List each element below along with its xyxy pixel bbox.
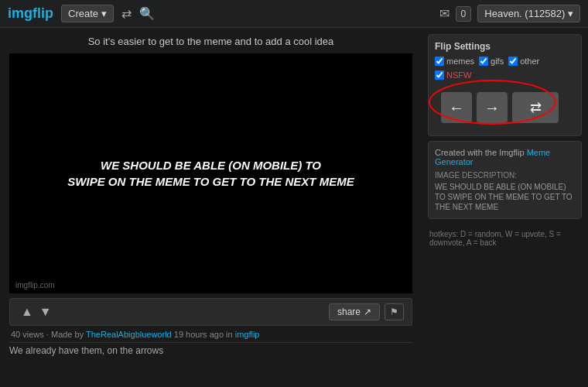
- nsfw-checkbox[interactable]: [435, 70, 444, 80]
- flip-settings-title: Flip Settings: [435, 41, 575, 52]
- other-checkbox[interactable]: [508, 57, 518, 66]
- other-label: other: [520, 57, 539, 66]
- generator-text: Created with the Imgflip Meme Generator: [435, 148, 575, 166]
- create-caret-icon: ▾: [101, 8, 107, 19]
- share-label: share: [337, 307, 361, 317]
- checkbox-memes[interactable]: memes: [435, 57, 474, 66]
- meta-info: 40 views · Made by TheRealAbigblueworld …: [9, 330, 412, 339]
- logo-img: img: [8, 5, 32, 21]
- username-label: Heaven. (112582): [484, 8, 565, 19]
- share-icon: ↗: [364, 307, 371, 317]
- checkbox-nsfw[interactable]: NSFW: [435, 70, 471, 80]
- memes-checkbox[interactable]: [435, 57, 444, 66]
- hotkeys-hint: hotkeys: D = random, W = upvote, S = dow…: [428, 230, 582, 247]
- memes-label: memes: [446, 57, 474, 66]
- create-button[interactable]: Create ▾: [61, 5, 114, 22]
- notification-count[interactable]: 0: [456, 6, 472, 22]
- top-navigation: imgflip Create ▾ ⇄ 🔍 ✉ 0 Heaven. (112582…: [0, 0, 588, 28]
- main-content: So it's easier to get to the meme and to…: [0, 28, 588, 387]
- meme-caption: So it's easier to get to the meme and to…: [9, 36, 412, 47]
- flag-button[interactable]: ⚑: [385, 303, 404, 320]
- time-ago: 19 hours ago in: [174, 330, 233, 339]
- downvote-button[interactable]: ▼: [36, 303, 55, 320]
- nsfw-label: NSFW: [446, 70, 471, 80]
- checkbox-other[interactable]: other: [508, 57, 539, 66]
- nav-search-button[interactable]: 🔍: [139, 6, 155, 21]
- site-logo[interactable]: imgflip: [8, 5, 53, 22]
- nav-right-section: ✉ 0 Heaven. (112582) ▾: [439, 5, 580, 22]
- watermark: imgflip.com: [15, 281, 55, 289]
- gifs-checkbox[interactable]: [479, 57, 488, 66]
- upvote-button[interactable]: ▲: [18, 303, 36, 320]
- action-bar: ▲ ▼ share ↗ ⚑: [9, 298, 412, 326]
- image-desc-label: IMAGE DESCRIPTION:: [435, 171, 575, 180]
- image-desc-text: WE SHOULD BE ABLE (ON MOBILE) TO SWIPE O…: [435, 182, 575, 212]
- comment-preview: We already have them, on the arrows: [9, 342, 412, 358]
- meme-text: WE SHOULD BE ABLE (ON MOBILE) TO SWIPE O…: [52, 142, 369, 205]
- view-count: 40 views: [11, 330, 44, 339]
- username-caret-icon: ▾: [568, 8, 573, 19]
- shuffle-arrow-button[interactable]: ⇄: [512, 92, 559, 123]
- left-panel: So it's easier to get to the meme and to…: [0, 28, 422, 387]
- gifs-label: gifs: [491, 57, 504, 66]
- mail-icon[interactable]: ✉: [439, 6, 450, 21]
- checkbox-gifs[interactable]: gifs: [479, 57, 504, 66]
- generator-prefix: Created with the Imgflip: [435, 148, 525, 157]
- right-panel: Flip Settings memes gifs other NSFW: [422, 28, 588, 387]
- nav-shuffle-button[interactable]: ⇄: [121, 6, 132, 21]
- flip-settings-box: Flip Settings memes gifs other NSFW: [428, 34, 582, 136]
- imgflip-link[interactable]: imgflip: [235, 330, 260, 339]
- logo-flip: flip: [32, 5, 53, 21]
- meme-image-container[interactable]: WE SHOULD BE ABLE (ON MOBILE) TO SWIPE O…: [9, 53, 412, 293]
- flip-checkboxes: memes gifs other NSFW: [435, 57, 575, 80]
- nav-arrows-container: ← → ⇄: [435, 86, 565, 129]
- username-button[interactable]: Heaven. (112582) ▾: [477, 5, 580, 22]
- share-button[interactable]: share ↗: [329, 303, 380, 320]
- create-label: Create: [68, 8, 98, 19]
- forward-arrow-button[interactable]: →: [477, 92, 508, 123]
- made-by-label: Made by: [51, 330, 84, 339]
- meme-text-line2: SWIPE ON THE MEME TO GET TO THE NEXT MEM…: [67, 173, 354, 190]
- back-arrow-button[interactable]: ←: [441, 92, 472, 123]
- meme-text-line1: WE SHOULD BE ABLE (ON MOBILE) TO: [67, 157, 354, 173]
- author-link[interactable]: TheRealAbigblueworld: [86, 330, 172, 339]
- generator-box: Created with the Imgflip Meme Generator …: [428, 141, 582, 219]
